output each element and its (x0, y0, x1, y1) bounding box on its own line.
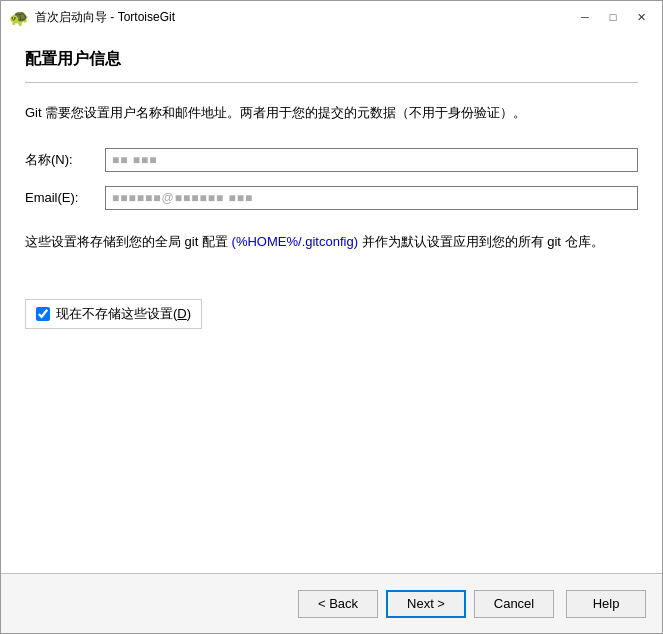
email-row: Email(E): (25, 186, 638, 210)
note-text-before: 这些设置将存储到您的全局 git 配置 (25, 234, 232, 249)
email-label: Email(E): (25, 190, 105, 205)
back-button[interactable]: < Back (298, 590, 378, 618)
footer: < Back Next > Cancel Help (1, 573, 662, 633)
name-row: 名称(N): (25, 148, 638, 172)
window-title: 首次启动向导 - TortoiseGit (35, 9, 572, 26)
name-label: 名称(N): (25, 151, 105, 169)
checkbox-container: 现在不存储这些设置(D) (25, 289, 638, 329)
page-title: 配置用户信息 (25, 49, 638, 70)
content-area: 配置用户信息 Git 需要您设置用户名称和邮件地址。两者用于您的提交的元数据（不… (1, 33, 662, 573)
divider (25, 82, 638, 83)
help-button[interactable]: Help (566, 590, 646, 618)
window-controls: ─ □ ✕ (572, 6, 654, 28)
note-highlight: (%HOME%/.gitconfig) (232, 234, 358, 249)
name-input[interactable] (105, 148, 638, 172)
cancel-button[interactable]: Cancel (474, 590, 554, 618)
no-store-checkbox-label[interactable]: 现在不存储这些设置(D) (25, 299, 202, 329)
title-bar: 🐢 首次启动向导 - TortoiseGit ─ □ ✕ (1, 1, 662, 33)
note-text-after: 并作为默认设置应用到您的所有 git 仓库。 (358, 234, 604, 249)
maximize-button[interactable]: □ (600, 6, 626, 28)
app-icon: 🐢 (9, 7, 29, 27)
email-input[interactable] (105, 186, 638, 210)
note-text: 这些设置将存储到您的全局 git 配置 (%HOME%/.gitconfig) … (25, 232, 638, 253)
no-store-checkbox[interactable] (36, 307, 50, 321)
next-button[interactable]: Next > (386, 590, 466, 618)
main-window: 🐢 首次启动向导 - TortoiseGit ─ □ ✕ 配置用户信息 Git … (0, 0, 663, 634)
close-button[interactable]: ✕ (628, 6, 654, 28)
description-text: Git 需要您设置用户名称和邮件地址。两者用于您的提交的元数据（不用于身份验证）… (25, 103, 638, 124)
minimize-button[interactable]: ─ (572, 6, 598, 28)
checkbox-text: 现在不存储这些设置(D) (56, 305, 191, 323)
